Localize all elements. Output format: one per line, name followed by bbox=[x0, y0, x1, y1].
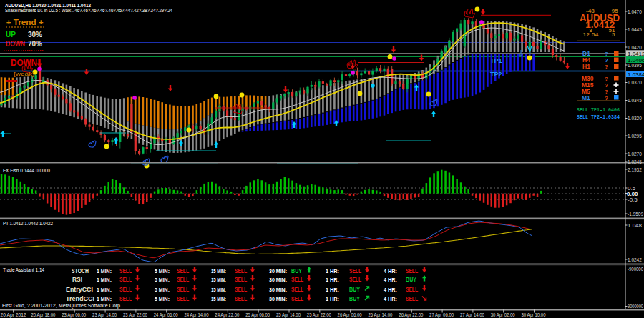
svg-text:25 Apr 14:00: 25 Apr 14:00 bbox=[276, 312, 301, 318]
svg-text:1.0412: 1.0412 bbox=[628, 51, 644, 57]
svg-text:1.0320: 1.0320 bbox=[628, 115, 642, 121]
svg-text:SELL TP1=1.0406: SELL TP1=1.0406 bbox=[577, 106, 620, 113]
svg-text:23 Apr 06:00: 23 Apr 06:00 bbox=[62, 312, 86, 318]
svg-text:24 Apr 14:00: 24 Apr 14:00 bbox=[185, 312, 209, 318]
svg-text:SELL: SELL bbox=[291, 276, 303, 283]
svg-text:1.0420: 1.0420 bbox=[628, 44, 642, 51]
svg-text:First Gold, ? 2001-2012, MetaQ: First Gold, ? 2001-2012, MetaQuotes Soft… bbox=[2, 302, 122, 309]
svg-text:70%: 70% bbox=[28, 40, 42, 48]
svg-text:4 HR:: 4 HR: bbox=[384, 268, 397, 274]
svg-text:1 HR:: 1 HR: bbox=[326, 296, 339, 302]
svg-text:30 MIN:: 30 MIN: bbox=[269, 296, 287, 302]
svg-text:STOCH: STOCH bbox=[72, 267, 89, 274]
svg-text:27 Apr 14:00: 27 Apr 14:00 bbox=[460, 312, 484, 318]
svg-text:30 MIN:: 30 MIN: bbox=[269, 287, 287, 293]
svg-text:SELL: SELL bbox=[235, 286, 247, 293]
svg-text:SELL: SELL bbox=[406, 267, 418, 274]
svg-text:5 MIN:: 5 MIN: bbox=[155, 277, 170, 283]
svg-text:1.0445: 1.0445 bbox=[628, 26, 642, 33]
svg-text:-1.9509: -1.9509 bbox=[628, 211, 643, 217]
svg-text:1 MIN:: 1 MIN: bbox=[97, 268, 112, 274]
svg-text:SELL: SELL bbox=[291, 286, 303, 293]
svg-text:?: ? bbox=[605, 51, 608, 57]
svg-text:4 HR:: 4 HR: bbox=[384, 287, 397, 293]
svg-text:1.0370: 1.0370 bbox=[628, 79, 642, 86]
svg-text:SELL: SELL bbox=[119, 286, 132, 293]
svg-text:BUY: BUY bbox=[406, 276, 416, 283]
svg-text:1.0345: 1.0345 bbox=[628, 97, 642, 104]
svg-text:20 Apr 2012: 20 Apr 2012 bbox=[1, 312, 26, 318]
svg-text:20 Apr 18:00: 20 Apr 18:00 bbox=[31, 312, 55, 318]
svg-text:30 Apr 10:00: 30 Apr 10:00 bbox=[522, 312, 546, 318]
svg-text:1.048: 1.048 bbox=[628, 222, 643, 229]
svg-text:4 HR:: 4 HR: bbox=[384, 277, 397, 283]
svg-text:SELL: SELL bbox=[406, 286, 418, 293]
svg-text:SELL: SELL bbox=[349, 267, 361, 274]
svg-text:SELL: SELL bbox=[119, 295, 132, 302]
svg-text:-900000: -900000 bbox=[628, 266, 643, 272]
svg-text:M30: M30 bbox=[582, 75, 594, 82]
svg-text:+ Trend +: + Trend + bbox=[6, 19, 44, 26]
svg-text:DOWN: DOWN bbox=[11, 58, 37, 68]
svg-text:BUY: BUY bbox=[349, 286, 360, 293]
svg-text:H1: H1 bbox=[582, 63, 590, 70]
svg-text:SELL: SELL bbox=[177, 286, 189, 293]
svg-text:23 Apr 14:00: 23 Apr 14:00 bbox=[92, 312, 117, 318]
svg-text:SELL: SELL bbox=[177, 295, 189, 302]
svg-text:1.0270: 1.0270 bbox=[628, 151, 642, 157]
svg-text:1 MIN:: 1 MIN: bbox=[97, 277, 112, 283]
svg-text:PT 1.0412 1.0442 1.0422: PT 1.0412 1.0442 1.0422 bbox=[3, 220, 53, 227]
svg-text:1.0406: 1.0406 bbox=[628, 57, 644, 64]
svg-text:30 Apr 02:00: 30 Apr 02:00 bbox=[491, 312, 515, 318]
svg-text:SELL: SELL bbox=[235, 295, 247, 302]
svg-text:SELL: SELL bbox=[235, 276, 247, 283]
svg-text:?: ? bbox=[605, 76, 608, 82]
svg-text:0.00: 0.00 bbox=[627, 191, 638, 197]
svg-text:26 Apr 06:00: 26 Apr 06:00 bbox=[338, 312, 362, 318]
svg-text:BUY: BUY bbox=[291, 267, 302, 274]
svg-text:1.0295: 1.0295 bbox=[628, 133, 642, 139]
svg-text:FX Fish 0.1444 0.0000: FX Fish 0.1444 0.0000 bbox=[3, 167, 50, 174]
svg-text:1.0470: 1.0470 bbox=[628, 9, 642, 15]
svg-text:15 MIN:: 15 MIN: bbox=[211, 268, 226, 274]
svg-text:27 Apr 06:00: 27 Apr 06:00 bbox=[429, 312, 454, 318]
svg-text:SELL: SELL bbox=[119, 276, 132, 283]
svg-text:BUY: BUY bbox=[349, 295, 360, 302]
svg-text:1.0242: 1.0242 bbox=[628, 257, 642, 263]
svg-text:1 HR:: 1 HR: bbox=[326, 268, 339, 274]
svg-text:?: ? bbox=[605, 57, 608, 64]
svg-text:DOWN: DOWN bbox=[6, 40, 25, 48]
svg-text:24 Apr 06:00: 24 Apr 06:00 bbox=[154, 312, 178, 318]
svg-text:SnakeInBorders D1 in D2.5 :: SnakeInBorders D1 in D2.5 : Walk ..46?.4… bbox=[5, 7, 172, 14]
svg-text:TrendCCI: TrendCCI bbox=[66, 295, 94, 302]
svg-text:15 MIN:: 15 MIN: bbox=[211, 287, 226, 293]
svg-text:SELL TP2=1.0384: SELL TP2=1.0384 bbox=[577, 114, 620, 120]
svg-text:2.1932: 2.1932 bbox=[628, 167, 642, 173]
svg-text:1 HR:: 1 HR: bbox=[326, 287, 339, 293]
svg-text:SELL: SELL bbox=[291, 295, 303, 302]
svg-text:?: ? bbox=[605, 95, 608, 101]
svg-text:1 HR:: 1 HR: bbox=[326, 277, 339, 283]
svg-text:15 MIN:: 15 MIN: bbox=[211, 277, 226, 283]
svg-text:SELL: SELL bbox=[177, 276, 189, 283]
svg-text:5 MIN:: 5 MIN: bbox=[155, 268, 170, 274]
svg-text:30 MIN:: 30 MIN: bbox=[269, 277, 287, 283]
svg-text:TP2: TP2 bbox=[490, 71, 502, 78]
svg-text:4 HR:: 4 HR: bbox=[384, 296, 397, 302]
svg-text:UP: UP bbox=[6, 31, 16, 39]
svg-text:23 Apr 22:00: 23 Apr 22:00 bbox=[123, 312, 147, 318]
svg-text:5 MIN:: 5 MIN: bbox=[155, 287, 170, 293]
svg-text:SELL: SELL bbox=[349, 276, 361, 283]
svg-text:TP1: TP1 bbox=[490, 57, 502, 64]
svg-text:1.0245: 1.0245 bbox=[628, 159, 642, 165]
svg-text:1.0384: 1.0384 bbox=[628, 71, 644, 78]
svg-text:1 MIN:: 1 MIN: bbox=[97, 287, 112, 293]
svg-text:15 MIN:: 15 MIN: bbox=[211, 296, 226, 302]
svg-text:?: ? bbox=[605, 82, 608, 89]
svg-text:1 MIN:: 1 MIN: bbox=[97, 296, 112, 302]
svg-text:30 MIN:: 30 MIN: bbox=[269, 268, 287, 274]
svg-text:25 Apr 22:00: 25 Apr 22:00 bbox=[307, 312, 331, 318]
svg-text:26 Apr 14:00: 26 Apr 14:00 bbox=[368, 312, 392, 318]
svg-text:25 Apr 06:00: 25 Apr 06:00 bbox=[245, 312, 270, 318]
svg-text:5 MIN:: 5 MIN: bbox=[155, 296, 170, 302]
